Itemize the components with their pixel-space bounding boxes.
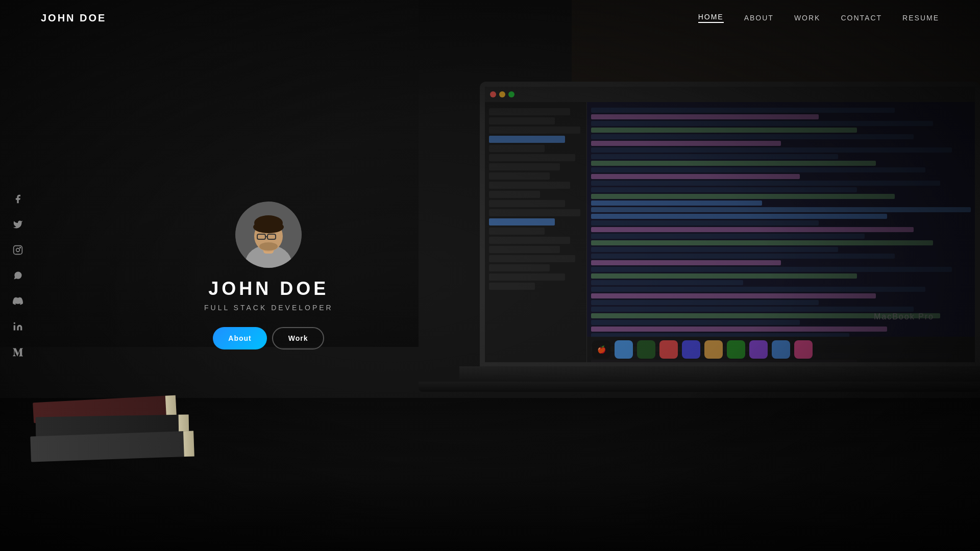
avatar xyxy=(235,202,302,268)
nav-links: HOME ABOUT WORK CONTACT RESUME xyxy=(698,13,939,23)
taskbar-icon-8 xyxy=(749,340,768,359)
laptop-bottom xyxy=(419,382,980,392)
nav-work[interactable]: WORK xyxy=(794,14,821,22)
svg-rect-0 xyxy=(14,246,22,255)
macbook-label: MacBook Pro xyxy=(874,312,934,321)
svg-point-2 xyxy=(20,247,21,248)
taskbar-icon-1: 🍎 xyxy=(592,340,610,359)
taskbar-icon-5 xyxy=(682,340,700,359)
taskbar-icon-9 xyxy=(772,340,790,359)
taskbar-icon-7 xyxy=(727,340,745,359)
whatsapp-icon[interactable] xyxy=(10,268,26,283)
hero-title: FULL STACK DEVELOPER xyxy=(204,304,333,312)
screen-top-bar xyxy=(485,87,975,102)
instagram-icon[interactable] xyxy=(10,242,26,258)
laptop-area: 🍎 MacBook Pro xyxy=(419,82,980,541)
linkedin-icon[interactable] xyxy=(10,319,26,334)
about-button[interactable]: About xyxy=(213,327,266,349)
navbar: JOHN DOE HOME ABOUT WORK CONTACT RESUME xyxy=(0,0,980,36)
work-button[interactable]: Work xyxy=(272,327,325,349)
book-3-pages xyxy=(165,395,177,416)
laptop-taskbar: 🍎 xyxy=(587,337,975,362)
laptop-base xyxy=(459,366,980,382)
code-editor: 🍎 xyxy=(587,102,975,362)
laptop-screen: 🍎 xyxy=(480,82,980,367)
taskbar-icon-6 xyxy=(704,340,723,359)
book-1-pages xyxy=(183,431,194,457)
svg-point-1 xyxy=(16,248,20,252)
nav-home[interactable]: HOME xyxy=(698,13,724,23)
hero-buttons: About Work xyxy=(213,327,324,349)
taskbar-icon-4 xyxy=(659,340,678,359)
nav-resume[interactable]: RESUME xyxy=(902,14,939,22)
taskbar-icon-3 xyxy=(637,340,655,359)
svg-point-3 xyxy=(14,322,15,324)
taskbar-icon-2 xyxy=(615,340,633,359)
discord-icon[interactable] xyxy=(10,293,26,309)
medium-icon[interactable] xyxy=(10,344,26,360)
social-sidebar xyxy=(10,191,26,360)
svg-point-13 xyxy=(259,242,278,251)
brand-name[interactable]: JOHN DOE xyxy=(41,12,106,24)
twitter-icon[interactable] xyxy=(10,217,26,232)
taskbar-icon-10 xyxy=(794,340,813,359)
svg-point-9 xyxy=(253,221,284,233)
hero-section: JOHN DOE FULL STACK DEVELOPER About Work xyxy=(204,202,333,349)
hero-name: JOHN DOE xyxy=(208,278,329,299)
code-sidebar xyxy=(485,102,587,362)
nav-about[interactable]: ABOUT xyxy=(744,14,774,22)
facebook-icon[interactable] xyxy=(10,191,26,207)
nav-contact[interactable]: CONTACT xyxy=(841,14,882,22)
minimize-dot xyxy=(499,91,505,97)
close-dot xyxy=(490,91,496,97)
maximize-dot xyxy=(508,91,514,97)
